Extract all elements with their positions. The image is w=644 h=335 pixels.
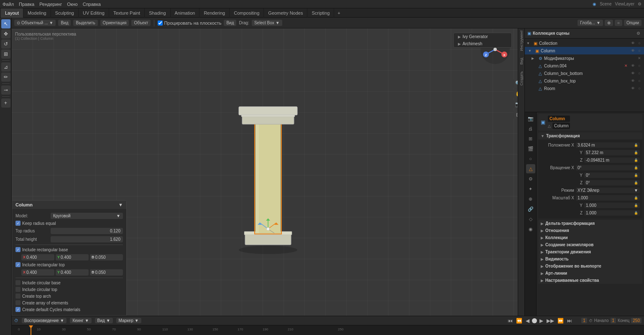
outliner-filter-btn[interactable]: ⚙	[635, 30, 641, 37]
rot-x-lock[interactable]: 🔒	[634, 166, 638, 170]
measure-tool-button[interactable]: ⊸	[1, 85, 10, 95]
ptab-view-layer[interactable]: ⊞	[526, 134, 535, 143]
annotate-tool-button[interactable]: ✏	[1, 72, 10, 82]
instancing-header[interactable]: ▶ Создание экземпляров	[538, 241, 642, 248]
relations-header[interactable]: ▶ Отношения	[538, 227, 642, 234]
viewport-3d[interactable]: Пользовательская перспектива (1) Collect…	[12, 28, 524, 316]
snap-button[interactable]: ⊕	[605, 20, 613, 26]
tab-animation[interactable]: Animation	[171, 8, 200, 18]
data-name-field[interactable]: Column	[552, 123, 570, 129]
tab-sculpting[interactable]: Sculpting	[51, 8, 79, 18]
cycles-row[interactable]: ✓ Create default Cycles materials	[15, 306, 123, 313]
play-btn[interactable]: ▶	[539, 318, 544, 324]
next-frame-btn[interactable]: ▶▶	[546, 318, 555, 324]
object-mode-button[interactable]: ⊙ Объектный ... ▼	[14, 20, 56, 26]
pos-z-value-field[interactable]: -0.094821 m 🔒	[584, 157, 640, 163]
archimesh-item[interactable]: ▶ Archimesh	[454, 40, 511, 47]
transform-tool-button[interactable]: ⊿	[1, 62, 10, 72]
tab-compositing[interactable]: Compositing	[230, 8, 264, 18]
keying-dropdown[interactable]: Кеинг ▼	[70, 318, 91, 323]
model-select[interactable]: Круговой ▼	[51, 213, 123, 219]
visibility-header[interactable]: ▶ Видимость	[538, 255, 642, 263]
column-viewport-btn[interactable]: ○	[636, 49, 642, 53]
operator-panel-header[interactable]: Column ▼	[12, 201, 126, 209]
scale-y-value-field[interactable]: 1.000 🔒	[584, 203, 640, 208]
top-b-input[interactable]: B 0.050	[90, 269, 123, 276]
marker-dropdown[interactable]: Маркер ▼	[116, 318, 141, 323]
prev-frame-btn[interactable]: ◀	[525, 318, 530, 324]
circ-base-checkbox[interactable]	[15, 280, 20, 285]
delta-header[interactable]: ▶ Дельта-трансформация	[538, 220, 642, 227]
view-dropdown[interactable]: Вид ▼	[95, 318, 113, 323]
rect-top-checkbox[interactable]: ✓	[15, 262, 20, 267]
ptab-scene[interactable]: 🎬	[526, 144, 535, 153]
ptab-physics[interactable]: ⊕	[526, 194, 535, 204]
ptab-material[interactable]: ◉	[526, 224, 535, 234]
keep-radius-row[interactable]: ✓ Keep radius equal	[15, 220, 123, 227]
pos-y-value-field[interactable]: 57.232 m 🔒	[584, 150, 640, 155]
rot-mode-select[interactable]: XYZ Эйлер ▼	[576, 188, 640, 193]
custom-props-header[interactable]: ▶ Настраиваемые свойства	[538, 277, 642, 284]
ptab-modifier[interactable]: ⚙	[526, 174, 535, 183]
col004-eye-btn[interactable]: 👁	[630, 64, 636, 68]
tab-texture-paint[interactable]: Texture Paint	[109, 8, 145, 18]
start-frame-display[interactable]: 1	[611, 318, 616, 323]
ptab-render[interactable]: 📷	[526, 114, 535, 123]
scale-y-lock[interactable]: 🔒	[634, 204, 638, 207]
view-side-tab[interactable]: Вид	[519, 56, 524, 66]
circ-top-checkbox[interactable]	[15, 287, 20, 292]
room-cam-btn[interactable]: ○	[636, 86, 642, 90]
motion-paths-header[interactable]: ▶ Траектории движения	[538, 248, 642, 255]
playback-dropdown[interactable]: Воспроизведение ▼	[22, 318, 66, 323]
scale-z-value-field[interactable]: 1.000 🔒	[584, 210, 640, 216]
cycles-checkbox[interactable]: ✓	[15, 307, 20, 312]
array-row[interactable]: Create array of elements	[15, 299, 123, 306]
move-tool-button[interactable]: ✥	[1, 29, 10, 39]
scale-x-lock[interactable]: 🔒	[634, 196, 638, 200]
col004-del-btn[interactable]: ✕	[623, 64, 629, 68]
object-name-field[interactable]: Column	[548, 116, 570, 122]
tree-item-column[interactable]: ▼ ▣ Column 👁 ○	[525, 47, 644, 54]
tree-item-column004[interactable]: △ Column.004 ✕ 👁 ○	[525, 62, 644, 70]
rot-y-lock[interactable]: 🔒	[634, 173, 638, 177]
add-workspace-button[interactable]: +	[334, 10, 343, 16]
rect-base-row[interactable]: ✓ Include rectangular base	[15, 246, 123, 253]
column-3d-object[interactable]	[226, 74, 310, 259]
tab-uv-editing[interactable]: UV Editing	[79, 8, 109, 18]
rotate-tool-button[interactable]: ↺	[1, 39, 10, 49]
tab-scripting[interactable]: Scripting	[307, 8, 334, 18]
pos-x-lock[interactable]: 🔒	[634, 143, 638, 147]
top-arch-row[interactable]: Create top arch	[15, 293, 123, 299]
select-tool-button[interactable]: ↖	[1, 19, 10, 28]
ivy-generator-item[interactable]: ▶ Ivy Generator	[454, 33, 511, 40]
ptab-world[interactable]: ○	[526, 154, 535, 163]
tree-item-modifiers[interactable]: ▶ ⚙ Модификаторы ✕	[525, 54, 644, 62]
tab-rendering[interactable]: Rendering	[199, 8, 230, 18]
base-b-input[interactable]: B 0.050	[90, 254, 123, 260]
top-radius-input[interactable]: 0.120	[51, 228, 123, 234]
engine-badge[interactable]: ◉	[593, 2, 596, 6]
timeline-track[interactable]: 0 10 30 50 70 90 110 130 150 170 190 210…	[12, 325, 644, 335]
rot-x-value-field[interactable]: 0° 🔒	[576, 165, 640, 170]
scale-x-value-field[interactable]: 1.000 🔒	[576, 195, 640, 201]
base-y-input[interactable]: Y 0.400	[56, 254, 89, 260]
ptab-particles[interactable]: ✦	[526, 184, 535, 193]
top-x-input[interactable]: X 0.400	[21, 269, 54, 276]
proportional-button[interactable]: ○	[615, 20, 622, 26]
stop-record-btn[interactable]	[532, 318, 537, 323]
top-arch-checkbox[interactable]	[15, 294, 20, 299]
circ-top-row[interactable]: Include circular top	[15, 286, 123, 293]
collection-viewport-btn[interactable]: ○	[636, 41, 642, 45]
jump-start-btn[interactable]: ⏮	[507, 318, 514, 324]
tree-item-col-box-top[interactable]: △ Column_box_top 👁 ○	[525, 77, 644, 85]
array-checkbox[interactable]	[15, 300, 20, 305]
tab-modeling[interactable]: Modeling	[23, 8, 51, 18]
current-frame-display[interactable]: 1	[581, 318, 587, 323]
menu-help[interactable]: Справка	[83, 2, 101, 7]
rot-z-value-field[interactable]: 0° 🔒	[584, 180, 640, 186]
collections-header[interactable]: ▶ Коллекции	[538, 234, 642, 241]
menu-file[interactable]: Файл	[3, 2, 14, 7]
base-x-input[interactable]: X 0.400	[21, 254, 54, 260]
pos-x-value-field[interactable]: 3.6324 m 🔒	[576, 142, 640, 148]
viewport-display-header[interactable]: ▶ Отображение во вьюпорте	[538, 263, 642, 270]
